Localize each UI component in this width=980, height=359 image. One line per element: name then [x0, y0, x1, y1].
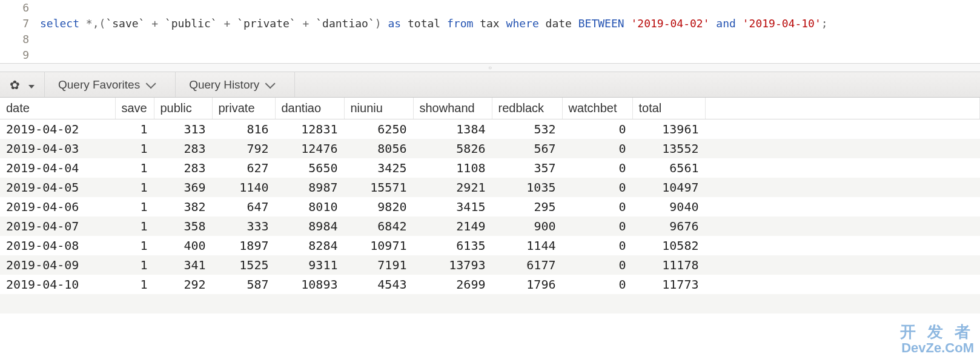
- code-line[interactable]: select *,(`save` + `public` + `private` …: [40, 16, 828, 32]
- cell-dantiao: 10893: [275, 275, 344, 294]
- code-line[interactable]: [40, 0, 828, 16]
- token-kw: BETWEEN: [578, 17, 624, 30]
- col-header-private[interactable]: private: [212, 98, 275, 119]
- cell-niuniu: 10971: [344, 236, 413, 255]
- gear-menu-button[interactable]: ✿: [0, 72, 45, 97]
- table-row[interactable]: 2019-04-06138264780109820341529509040: [0, 197, 980, 216]
- cell-save: 1: [115, 178, 154, 197]
- editor-scroll-indicator: ○: [0, 64, 980, 72]
- line-number: 6: [0, 0, 29, 16]
- token-ident: tax: [473, 17, 506, 30]
- cell-private: 1140: [212, 178, 275, 197]
- cell-showhand: 1384: [413, 119, 492, 139]
- cell-pad: [705, 236, 980, 255]
- code-area[interactable]: select *,(`save` + `public` + `private` …: [35, 0, 828, 63]
- header-row: datesavepublicprivatedantiaoniuniushowha…: [0, 98, 980, 119]
- table-row[interactable]: 2019-04-04128362756503425110835706561: [0, 158, 980, 178]
- table-row[interactable]: 2019-04-10129258710893454326991796011773: [0, 275, 980, 294]
- cell-date: 2019-04-04: [0, 158, 115, 178]
- cell-pad: [705, 255, 980, 275]
- col-header-watchbet[interactable]: watchbet: [562, 98, 632, 119]
- table-row[interactable]: 2019-04-0213138161283162501384532013961: [0, 119, 980, 139]
- col-header-save[interactable]: save: [115, 98, 154, 119]
- cell-pad: [705, 275, 980, 294]
- token-kw: and: [716, 17, 736, 30]
- cell-niuniu: 6250: [344, 119, 413, 139]
- token-str: '2019-04-10': [743, 17, 821, 30]
- cell-niuniu: 6842: [344, 216, 413, 236]
- cell-watchbet: 0: [562, 255, 632, 275]
- cell-dantiao: 8284: [275, 236, 344, 255]
- table-row[interactable]: 2019-04-07135833389846842214990009676: [0, 216, 980, 236]
- col-header-dantiao[interactable]: dantiao: [275, 98, 344, 119]
- cell-dantiao: 8984: [275, 216, 344, 236]
- cell-total: 13552: [632, 139, 705, 158]
- table-row[interactable]: 2019-04-05136911408987155712921103501049…: [0, 178, 980, 197]
- cell-dantiao: 8987: [275, 178, 344, 197]
- code-line[interactable]: [40, 32, 828, 47]
- col-header-redblack[interactable]: redblack: [492, 98, 562, 119]
- query-results[interactable]: datesavepublicprivatedantiaoniuniushowha…: [0, 98, 980, 314]
- line-gutter: 6789: [0, 0, 35, 63]
- cell-showhand: 5826: [413, 139, 492, 158]
- cell-public: 283: [154, 139, 212, 158]
- cell-save: 1: [115, 275, 154, 294]
- token-kw: as: [388, 17, 401, 30]
- cell-showhand: 2699: [413, 275, 492, 294]
- cell-showhand: 2921: [413, 178, 492, 197]
- col-header-date[interactable]: date: [0, 98, 115, 119]
- cell-dantiao: 12476: [275, 139, 344, 158]
- cell-redblack: 900: [492, 216, 562, 236]
- cell-pad: [705, 119, 980, 139]
- token-ident: `save`: [105, 17, 145, 30]
- cell-total: 10582: [632, 236, 705, 255]
- cell-watchbet: 0: [562, 139, 632, 158]
- token-sym: +: [296, 17, 316, 30]
- cell-save: 1: [115, 236, 154, 255]
- col-header-total[interactable]: total: [632, 98, 705, 119]
- cell-niuniu: 8056: [344, 139, 413, 158]
- token-sym: +: [217, 17, 237, 30]
- col-header-public[interactable]: public: [154, 98, 212, 119]
- token-kw: where: [506, 17, 539, 30]
- table-row[interactable]: 2019-04-0312837921247680565826567013552: [0, 139, 980, 158]
- code-line[interactable]: [40, 47, 828, 63]
- cell-public: 292: [154, 275, 212, 294]
- token-ident: `public`: [165, 17, 217, 30]
- token-sym: ;: [821, 17, 828, 30]
- cell-private: 647: [212, 197, 275, 216]
- cell-redblack: 6177: [492, 255, 562, 275]
- cell-date: 2019-04-10: [0, 275, 115, 294]
- cell-save: 1: [115, 139, 154, 158]
- line-number: 7: [0, 16, 29, 32]
- token-kw: select: [40, 17, 79, 30]
- cell-save: 1: [115, 197, 154, 216]
- cell-total: 9676: [632, 216, 705, 236]
- results-header: datesavepublicprivatedantiaoniuniushowha…: [0, 98, 980, 119]
- col-header-niuniu[interactable]: niuniu: [344, 98, 413, 119]
- cell-public: 358: [154, 216, 212, 236]
- cell-date: 2019-04-03: [0, 139, 115, 158]
- cell-niuniu: 15571: [344, 178, 413, 197]
- line-number: 8: [0, 32, 29, 47]
- cell-pad: [705, 178, 980, 197]
- cell-date: 2019-04-05: [0, 178, 115, 197]
- cell-date: 2019-04-09: [0, 255, 115, 275]
- cell-public: 283: [154, 158, 212, 178]
- token-ident: `dantiao`: [316, 17, 375, 30]
- sql-editor[interactable]: 6789 select *,(`save` + `public` + `priv…: [0, 0, 980, 64]
- query-favorites-button[interactable]: Query Favorites: [45, 72, 176, 97]
- col-header-showhand[interactable]: showhand: [413, 98, 492, 119]
- cell-total: 10497: [632, 178, 705, 197]
- cell-empty: [0, 294, 980, 314]
- query-history-button[interactable]: Query History: [176, 72, 295, 97]
- query-favorites-label: Query Favorites: [58, 78, 140, 92]
- table-row[interactable]: 2019-04-08140018978284109716135114401058…: [0, 236, 980, 255]
- cell-pad: [705, 197, 980, 216]
- cell-redblack: 1144: [492, 236, 562, 255]
- token-ident: date: [539, 17, 578, 30]
- token-sym: ): [375, 17, 388, 30]
- cell-watchbet: 0: [562, 197, 632, 216]
- table-row[interactable]: 2019-04-09134115259311719113793617701117…: [0, 255, 980, 275]
- cell-private: 587: [212, 275, 275, 294]
